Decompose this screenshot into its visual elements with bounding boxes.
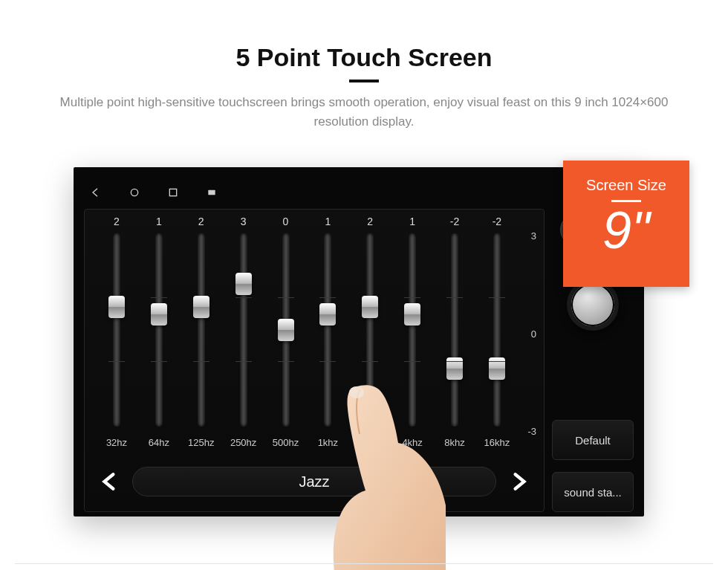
eq-slider[interactable] (451, 233, 458, 427)
eq-slider[interactable] (240, 233, 247, 427)
badge-size: 9" (565, 204, 688, 259)
screen-size-badge: Screen Size 9" (563, 161, 689, 287)
page-title: 5 Point Touch Screen (0, 43, 728, 72)
touchscreen-device: 232hz164hz2125hz3250hz0500hz11khz22khz14… (74, 167, 644, 516)
svg-point-0 (131, 189, 137, 195)
eq-slider-knob[interactable] (319, 303, 336, 326)
eq-band: 22khz (353, 216, 387, 449)
eq-slider-knob[interactable] (489, 357, 505, 380)
eq-band-value: 1 (409, 216, 415, 230)
scale-mid: 0 (520, 328, 536, 340)
eq-band-freq: 8khz (444, 437, 464, 449)
eq-band: -28khz (438, 216, 472, 449)
eq-band-value: -2 (493, 216, 501, 230)
eq-band: 164hz (142, 216, 176, 449)
eq-slider[interactable] (155, 233, 163, 427)
eq-band-freq: 2khz (360, 437, 380, 449)
recent-apps-icon[interactable] (167, 187, 179, 198)
eq-band-freq: 64hz (149, 437, 169, 449)
screenshot-icon[interactable] (206, 187, 218, 198)
title-underline (349, 80, 379, 82)
svg-rect-1 (169, 189, 176, 195)
eq-slider[interactable] (198, 233, 205, 427)
eq-band: 232hz (100, 216, 134, 449)
badge-label: Screen Size (565, 177, 688, 194)
eq-band-freq: 16khz (484, 437, 510, 449)
page-subtitle: Multiple point high-sensitive touchscree… (45, 93, 683, 131)
eq-band-value: 2 (367, 216, 373, 230)
main-content: 232hz164hz2125hz3250hz0500hz11khz22khz14… (84, 209, 634, 512)
eq-band-freq: 4khz (402, 437, 422, 449)
eq-slider-knob[interactable] (193, 296, 209, 318)
eq-band-freq: 500hz (273, 437, 299, 449)
equalizer-scale: 3 0 -3 (520, 230, 536, 437)
equalizer-bands: 232hz164hz2125hz3250hz0500hz11khz22khz14… (100, 216, 514, 449)
preset-bar: Jazz (100, 465, 529, 498)
eq-band-value: 1 (325, 216, 331, 230)
eq-band-value: 0 (283, 216, 289, 230)
svg-rect-2 (208, 190, 215, 195)
eq-slider[interactable] (409, 233, 416, 427)
eq-slider[interactable] (366, 233, 374, 427)
eq-band: 14khz (395, 216, 429, 449)
eq-band-value: 2 (198, 216, 204, 230)
eq-band-freq: 1khz (318, 437, 338, 449)
eq-band-freq: 250hz (230, 437, 256, 449)
eq-slider-knob[interactable] (362, 296, 378, 318)
eq-band: 3250hz (227, 216, 261, 449)
eq-band: 0500hz (269, 216, 303, 449)
sound-stage-button[interactable]: sound sta... (552, 472, 634, 512)
eq-slider-knob[interactable] (446, 357, 463, 380)
scale-max: 3 (520, 230, 536, 242)
eq-slider[interactable] (282, 233, 290, 427)
eq-band-value: 2 (114, 216, 120, 230)
preset-prev-button[interactable] (100, 471, 119, 492)
eq-slider-knob[interactable] (108, 296, 125, 318)
eq-band-freq: 125hz (188, 437, 214, 449)
eq-slider-knob[interactable] (235, 273, 252, 295)
eq-slider-knob[interactable] (151, 303, 167, 326)
eq-band: 2125hz (184, 216, 218, 449)
eq-band-freq: 32hz (106, 437, 127, 449)
status-bar (84, 184, 634, 201)
eq-band-value: 3 (241, 216, 247, 230)
scale-min: -3 (520, 426, 536, 437)
default-button[interactable]: Default (552, 420, 634, 460)
home-icon[interactable] (129, 187, 140, 198)
preset-next-button[interactable] (510, 471, 529, 492)
section-divider (15, 563, 713, 564)
eq-slider-knob[interactable] (278, 319, 294, 341)
eq-slider[interactable] (324, 233, 331, 427)
eq-band: 11khz (311, 216, 345, 449)
back-icon[interactable] (90, 187, 102, 198)
eq-band-value: 1 (156, 216, 162, 230)
equalizer-panel: 232hz164hz2125hz3250hz0500hz11khz22khz14… (84, 209, 545, 512)
preset-name[interactable]: Jazz (132, 467, 496, 496)
eq-slider-knob[interactable] (404, 303, 420, 326)
eq-slider[interactable] (113, 233, 120, 427)
eq-slider[interactable] (493, 233, 501, 427)
eq-band-value: -2 (450, 216, 459, 230)
eq-band: -216khz (480, 216, 514, 449)
